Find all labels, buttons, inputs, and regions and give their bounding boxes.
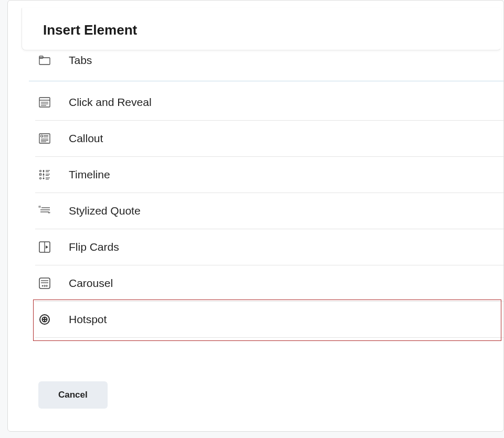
- list-item-label: Flip Cards: [69, 241, 119, 253]
- svg-point-14: [40, 170, 41, 172]
- modal-footer: Cancel: [38, 381, 108, 409]
- callout-icon: [38, 132, 51, 145]
- list-item-label: Timeline: [69, 168, 110, 181]
- list-item-stylized-quote[interactable]: “ ” Stylized Quote: [35, 193, 503, 229]
- list-item-hotspot[interactable]: Hotspot: [35, 302, 503, 338]
- list-item-label: Carousel: [69, 277, 113, 290]
- svg-rect-34: [39, 278, 50, 289]
- list-item-carousel[interactable]: Carousel: [35, 265, 503, 302]
- element-list: Click and Reveal Callout: [35, 84, 503, 338]
- divider: [29, 81, 503, 81]
- modal-panel: Tabs Insert Element Click and Reveal: [7, 0, 504, 432]
- click-reveal-icon: [38, 96, 51, 109]
- svg-point-20: [43, 178, 45, 179]
- quote-icon: “ ”: [38, 205, 51, 217]
- modal-header: Insert Element: [22, 8, 501, 50]
- list-item-timeline[interactable]: Timeline: [35, 157, 503, 193]
- svg-rect-15: [40, 174, 41, 175]
- timeline-icon: [38, 168, 51, 181]
- list-item-tabs-partial[interactable]: Tabs: [38, 54, 92, 67]
- cancel-button[interactable]: Cancel: [38, 381, 108, 409]
- hotspot-icon: [38, 313, 51, 326]
- svg-point-38: [44, 285, 46, 287]
- svg-point-8: [41, 135, 43, 137]
- svg-point-19: [43, 174, 45, 176]
- carousel-icon: [38, 277, 51, 290]
- list-item-callout[interactable]: Callout: [35, 121, 503, 157]
- list-item-flip-cards[interactable]: Flip Cards: [35, 229, 503, 265]
- tabs-icon: [38, 54, 51, 67]
- flip-cards-icon: [38, 241, 51, 253]
- svg-point-18: [43, 170, 45, 172]
- svg-point-37: [42, 285, 44, 287]
- list-item-click-and-reveal[interactable]: Click and Reveal: [35, 84, 503, 121]
- modal-title: Insert Element: [43, 22, 480, 38]
- list-item-label: Tabs: [69, 54, 92, 67]
- svg-rect-1: [39, 56, 43, 58]
- list-item-label: Click and Reveal: [69, 96, 152, 109]
- svg-point-39: [46, 285, 48, 287]
- svg-rect-0: [39, 58, 50, 65]
- list-item-label: Hotspot: [69, 313, 107, 326]
- list-item-label: Callout: [69, 132, 103, 145]
- svg-text:”: ”: [48, 211, 50, 216]
- svg-point-16: [40, 178, 41, 179]
- list-item-label: Stylized Quote: [69, 205, 141, 217]
